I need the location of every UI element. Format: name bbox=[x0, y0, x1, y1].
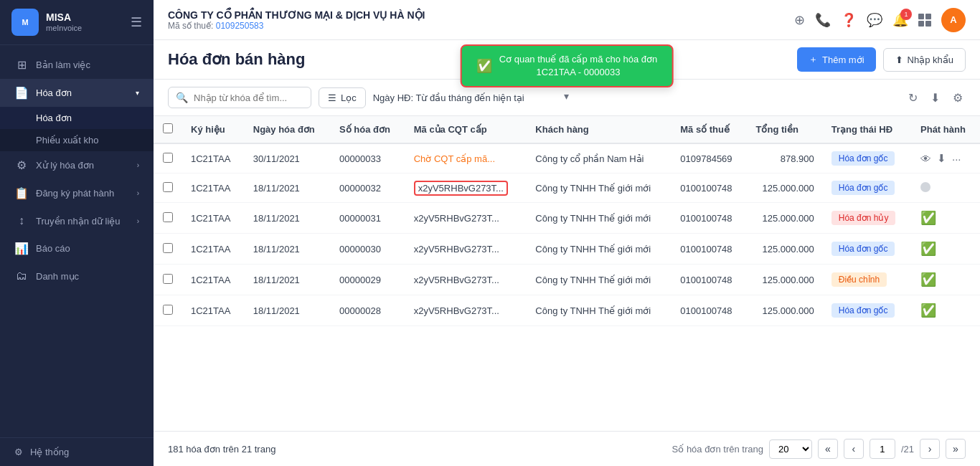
cell-phat-hanh: 👁 ⬇ ··· bbox=[912, 143, 980, 173]
settings-button[interactable]: ⚙ bbox=[950, 88, 966, 108]
filter-button[interactable]: ☰ Lọc bbox=[319, 87, 366, 108]
sidebar-sub-label: Hóa đơn bbox=[36, 113, 72, 123]
cell-ky-hieu: 1C21TAA bbox=[182, 265, 245, 295]
invoice-icon: 📄 bbox=[14, 86, 29, 100]
topbar-icons: ⊕ 📞 ❓ 💬 🔔 1 A bbox=[794, 8, 966, 32]
row-checkbox[interactable] bbox=[163, 212, 173, 222]
add-circle-icon[interactable]: ⊕ bbox=[794, 12, 805, 28]
search-box[interactable]: 🔍 bbox=[168, 87, 311, 108]
row-checkbox[interactable] bbox=[163, 274, 173, 284]
sidebar-header: M MISA meInvoice ☰ bbox=[0, 0, 154, 45]
cell-so-hd: 00000033 bbox=[331, 143, 405, 173]
transfer-icon: ↕ bbox=[14, 214, 29, 227]
row-checkbox[interactable] bbox=[163, 153, 173, 163]
download-icon[interactable]: ⬇ bbox=[937, 152, 946, 165]
more-icon[interactable]: ··· bbox=[952, 153, 961, 165]
search-input[interactable] bbox=[194, 92, 303, 103]
row-checkbox[interactable] bbox=[163, 243, 173, 253]
cell-phat-hanh: ✅ bbox=[912, 265, 980, 295]
current-page-input[interactable] bbox=[870, 439, 895, 459]
per-page-select[interactable]: 20 50 100 bbox=[769, 439, 812, 459]
next-page-button[interactable]: › bbox=[920, 439, 940, 459]
sidebar-item-ban-lam-viec[interactable]: ⊞ Bản làm việc bbox=[0, 51, 154, 79]
status-badge: Hóa đơn gốc bbox=[831, 303, 895, 318]
chevron-right-icon: › bbox=[137, 189, 139, 197]
table-row: 1C21TAA30/11/202100000033Chờ CQT cấp mã.… bbox=[154, 143, 980, 173]
check-circle-icon: ✅ bbox=[476, 57, 492, 75]
chevron-down-icon: ▾ bbox=[136, 89, 139, 97]
cell-trang-thai: Hóa đơn gốc bbox=[823, 173, 912, 203]
avatar[interactable]: A bbox=[941, 8, 966, 32]
invoices-table: Ký hiệu Ngày hóa đơn Số hóa đơn Mã của C… bbox=[154, 116, 980, 326]
table-row: 1C21TAA18/11/202100000030x2yV5RHBvG273T.… bbox=[154, 234, 980, 265]
cell-ngay-hd: 18/11/2021 bbox=[245, 173, 331, 203]
cell-trang-thai: Hóa đơn gốc bbox=[823, 143, 912, 173]
cell-tong-tien: 125.000.000 bbox=[748, 295, 823, 326]
cell-khach-hang: Công ty TNHH Thế giới mới bbox=[527, 173, 672, 203]
notification-icon[interactable]: 🔔 1 bbox=[892, 12, 908, 28]
published-check-icon: ✅ bbox=[920, 303, 936, 318]
status-badge: Hóa đơn gốc bbox=[831, 151, 895, 166]
sidebar-item-xu-ly-hoa-don[interactable]: ⚙ Xử lý hóa đơn › bbox=[0, 151, 154, 179]
table-row: 1C21TAA18/11/202100000028x2yV5RHBvG273T.… bbox=[154, 295, 980, 326]
sidebar-nav: ⊞ Bản làm việc 📄 Hóa đơn ▾ Hóa đơn Phiếu… bbox=[0, 45, 154, 437]
select-all-checkbox[interactable] bbox=[163, 123, 173, 133]
cell-ma-cqt[interactable]: Chờ CQT cấp mã... bbox=[405, 143, 527, 173]
export-button[interactable]: ⬇ bbox=[928, 88, 943, 108]
sidebar-item-label: Truyền nhận dữ liệu bbox=[36, 216, 121, 227]
cell-ngay-hd: 30/11/2021 bbox=[245, 143, 331, 173]
import-button[interactable]: ⬆ Nhập khẩu bbox=[883, 48, 966, 72]
grid-apps-icon[interactable] bbox=[918, 14, 931, 27]
first-page-button[interactable]: « bbox=[818, 439, 838, 459]
company-name: CÔNG TY CỔ PHẦN THƯƠNG MẠI & DỊCH VỤ HÀ … bbox=[168, 9, 786, 21]
sidebar-item-bao-cao[interactable]: 📊 Báo cáo bbox=[0, 234, 154, 262]
cell-trang-thai: Hóa đơn gốc bbox=[823, 295, 912, 326]
cell-trang-thai: Điều chỉnh bbox=[823, 265, 912, 295]
register-icon: 📋 bbox=[14, 186, 29, 200]
topbar: CÔNG TY CỔ PHẦN THƯƠNG MẠI & DỊCH VỤ HÀ … bbox=[154, 0, 980, 40]
last-page-button[interactable]: » bbox=[946, 439, 966, 459]
help-icon[interactable]: ❓ bbox=[841, 12, 857, 28]
chat-icon[interactable]: 💬 bbox=[867, 12, 882, 28]
unpublished-dot bbox=[920, 182, 930, 192]
footer-total: 181 hóa đơn trên 21 trang bbox=[168, 444, 665, 455]
select-all-header[interactable] bbox=[154, 116, 182, 143]
col-tong-tien: Tổng tiền bbox=[748, 116, 823, 143]
row-checkbox[interactable] bbox=[163, 182, 173, 192]
sidebar-footer[interactable]: ⚙ Hệ thống bbox=[0, 437, 154, 466]
prev-page-button[interactable]: ‹ bbox=[844, 439, 864, 459]
tax-number-link[interactable]: 0109250583 bbox=[216, 21, 264, 31]
sidebar-item-dang-ky-phat-hanh[interactable]: 📋 Đăng ký phát hành › bbox=[0, 179, 154, 207]
toast-notification: ✅ Cơ quan thuế đã cấp mã cho hóa đơn 1C2… bbox=[461, 44, 674, 87]
sidebar-sub-hoa-don[interactable]: Hóa đơn bbox=[0, 107, 154, 129]
cell-ma-cqt: x2yV5RHBvG273T... bbox=[405, 295, 527, 326]
cqt-link[interactable]: Chờ CQT cấp mã... bbox=[414, 153, 495, 164]
logo-icon: M bbox=[11, 9, 39, 36]
toast-chevron-icon: ▾ bbox=[564, 90, 569, 102]
sidebar-item-danh-muc[interactable]: 🗂 Danh mục bbox=[0, 262, 154, 290]
sidebar-item-truyen-nhan-du-lieu[interactable]: ↕ Truyền nhận dữ liệu › bbox=[0, 207, 154, 234]
sidebar-sub-phieu-xuat-kho[interactable]: Phiếu xuất kho bbox=[0, 129, 154, 151]
chevron-right-icon: › bbox=[137, 217, 139, 225]
hamburger-icon[interactable]: ☰ bbox=[131, 14, 142, 30]
phone-icon[interactable]: 📞 bbox=[815, 12, 831, 28]
cell-ngay-hd: 18/11/2021 bbox=[245, 203, 331, 234]
view-icon[interactable]: 👁 bbox=[920, 153, 931, 165]
cell-ngay-hd: 18/11/2021 bbox=[245, 295, 331, 326]
cell-ma-so-thue: 0100100748 bbox=[672, 265, 747, 295]
cell-khach-hang: Công ty TNHH Thế giới mới bbox=[527, 234, 672, 265]
cell-so-hd: 00000029 bbox=[331, 265, 405, 295]
col-ma-so-thue: Mã số thuế bbox=[672, 116, 747, 143]
published-check-icon: ✅ bbox=[920, 242, 936, 256]
sidebar-item-hoa-don[interactable]: 📄 Hóa đơn ▾ bbox=[0, 79, 154, 107]
row-checkbox[interactable] bbox=[163, 305, 173, 315]
add-new-button[interactable]: ＋ Thêm mới bbox=[797, 47, 876, 72]
cell-khach-hang: Công ty TNHH Thế giới mới bbox=[527, 295, 672, 326]
pagination: Số hóa đơn trên trang 20 50 100 « ‹ /21 … bbox=[672, 439, 966, 459]
workspace-icon: ⊞ bbox=[14, 58, 29, 72]
filter-label: Lọc bbox=[341, 92, 357, 103]
refresh-button[interactable]: ↻ bbox=[905, 88, 920, 108]
cell-ma-cqt: x2yV5RHBvG273T... bbox=[405, 203, 527, 234]
footer-he-thong[interactable]: ⚙ Hệ thống bbox=[14, 447, 139, 457]
col-ky-hieu: Ký hiệu bbox=[182, 116, 245, 143]
